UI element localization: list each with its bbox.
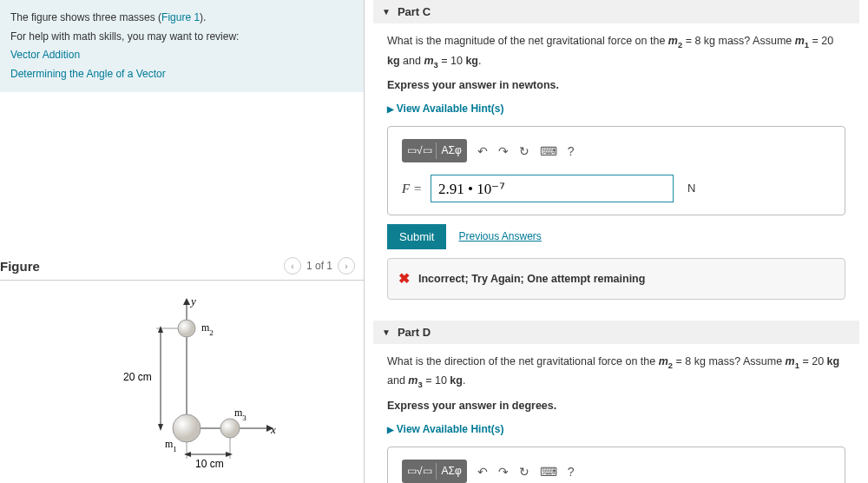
part-c-feedback: ✖ Incorrect; Try Again; One attempt rema… — [387, 258, 845, 300]
intro-text-2: For help with math skills, you may want … — [10, 28, 353, 47]
part-c-title: Part C — [398, 5, 431, 18]
reset-icon[interactable]: ↻ — [519, 462, 529, 481]
svg-marker-5 — [158, 326, 163, 333]
svg-marker-9 — [184, 452, 191, 457]
y-axis-label: y — [189, 294, 196, 308]
incorrect-icon: ✖ — [398, 268, 410, 290]
collapse-icon: ▼ — [382, 7, 391, 17]
redo-icon[interactable]: ↷ — [498, 142, 509, 161]
figure-next-button[interactable]: › — [338, 257, 355, 275]
part-c-unit: N — [687, 180, 695, 198]
template-tool-d[interactable]: ▭√▭ΑΣφ — [402, 460, 467, 483]
svg-marker-6 — [158, 424, 163, 431]
svg-marker-10 — [226, 452, 233, 457]
svg-point-17 — [220, 419, 240, 438]
intro-text-1a: The figure shows three masses ( — [10, 11, 161, 23]
x-axis-label: x — [270, 423, 276, 436]
part-c-header[interactable]: ▼ Part C — [373, 0, 859, 23]
intro-panel: The figure shows three masses (Figure 1)… — [0, 0, 364, 92]
svg-text:m3: m3 — [234, 407, 247, 422]
reset-icon[interactable]: ↻ — [519, 142, 529, 161]
part-c-question: What is the magnitude of the net gravita… — [387, 32, 845, 71]
equation-toolbar-d: ▭√▭ΑΣφ ↶ ↷ ↻ ⌨ ? — [402, 460, 575, 483]
equation-toolbar: ▭√▭ΑΣφ ↶ ↷ ↻ ⌨ ? — [402, 139, 575, 162]
svg-point-13 — [178, 320, 195, 337]
part-d-express: Express your answer in degrees. — [387, 397, 845, 414]
template-tool[interactable]: ▭√▭ΑΣφ — [402, 139, 467, 162]
collapse-icon: ▼ — [382, 328, 391, 337]
keyboard-icon[interactable]: ⌨ — [540, 462, 557, 481]
help-icon[interactable]: ? — [568, 462, 575, 481]
part-c-previous-answers[interactable]: Previous Answers — [458, 228, 541, 245]
link-vector-addition[interactable]: Vector Addition — [10, 49, 80, 61]
part-d-header[interactable]: ▼ Part D — [373, 321, 859, 344]
dim-10cm: 10 cm — [195, 458, 224, 470]
figure-pager: 1 of 1 — [306, 260, 332, 272]
svg-marker-1 — [183, 298, 190, 305]
svg-text:m2: m2 — [201, 321, 214, 337]
svg-point-15 — [173, 414, 201, 442]
undo-icon[interactable]: ↶ — [477, 462, 488, 481]
figure-heading: Figure — [0, 259, 40, 274]
feedback-message: Incorrect; Try Again; One attempt remain… — [418, 270, 645, 288]
keyboard-icon[interactable]: ⌨ — [540, 142, 557, 161]
part-d-question: What is the direction of the net gravita… — [387, 353, 845, 392]
intro-text-1b: ). — [200, 11, 206, 23]
part-c-variable: F = — [402, 178, 422, 199]
dim-20cm: 20 cm — [123, 371, 152, 383]
figure-prev-button[interactable]: ‹ — [284, 257, 301, 275]
figure-link[interactable]: Figure 1 — [161, 11, 200, 23]
part-c-hints[interactable]: View Available Hint(s) — [387, 101, 845, 117]
part-c-express: Express your answer in newtons. — [387, 76, 845, 94]
part-d-hints[interactable]: View Available Hint(s) — [387, 421, 845, 438]
part-c-submit-button[interactable]: Submit — [387, 224, 446, 249]
link-angle-vector[interactable]: Determining the Angle of a Vector — [10, 68, 166, 80]
undo-icon[interactable]: ↶ — [477, 142, 488, 161]
part-d-title: Part D — [398, 326, 431, 339]
help-icon[interactable]: ? — [568, 142, 575, 161]
figure-diagram: y x 20 cm 10 cm m2 — [69, 289, 295, 472]
svg-text:m1: m1 — [165, 438, 177, 453]
part-c-answer-input[interactable] — [431, 175, 674, 202]
redo-icon[interactable]: ↷ — [498, 462, 509, 481]
